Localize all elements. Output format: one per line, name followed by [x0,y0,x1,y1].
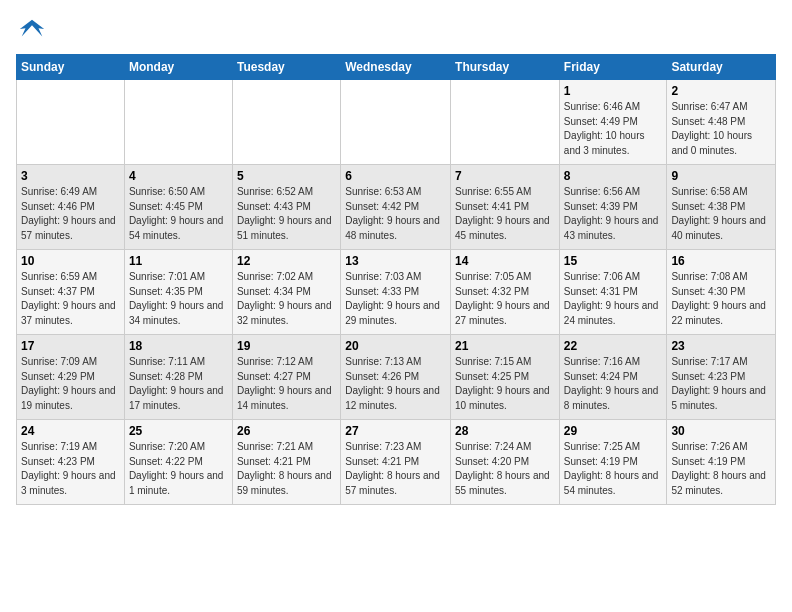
calendar-cell: 8Sunrise: 6:56 AM Sunset: 4:39 PM Daylig… [559,165,667,250]
day-info: Sunrise: 6:47 AM Sunset: 4:48 PM Dayligh… [671,100,771,158]
header [16,16,776,44]
day-info: Sunrise: 6:58 AM Sunset: 4:38 PM Dayligh… [671,185,771,243]
day-number: 3 [21,169,120,183]
calendar-cell: 11Sunrise: 7:01 AM Sunset: 4:35 PM Dayli… [124,250,232,335]
calendar-cell: 24Sunrise: 7:19 AM Sunset: 4:23 PM Dayli… [17,420,125,505]
calendar-cell: 23Sunrise: 7:17 AM Sunset: 4:23 PM Dayli… [667,335,776,420]
calendar-cell: 26Sunrise: 7:21 AM Sunset: 4:21 PM Dayli… [232,420,340,505]
day-number: 10 [21,254,120,268]
day-number: 5 [237,169,336,183]
day-number: 28 [455,424,555,438]
calendar-week-row: 17Sunrise: 7:09 AM Sunset: 4:29 PM Dayli… [17,335,776,420]
calendar-cell: 17Sunrise: 7:09 AM Sunset: 4:29 PM Dayli… [17,335,125,420]
day-number: 29 [564,424,663,438]
weekday-header: Monday [124,55,232,80]
day-info: Sunrise: 7:19 AM Sunset: 4:23 PM Dayligh… [21,440,120,498]
day-number: 7 [455,169,555,183]
day-info: Sunrise: 6:59 AM Sunset: 4:37 PM Dayligh… [21,270,120,328]
day-number: 6 [345,169,446,183]
calendar-cell: 6Sunrise: 6:53 AM Sunset: 4:42 PM Daylig… [341,165,451,250]
calendar-cell [232,80,340,165]
calendar-cell: 27Sunrise: 7:23 AM Sunset: 4:21 PM Dayli… [341,420,451,505]
day-info: Sunrise: 6:49 AM Sunset: 4:46 PM Dayligh… [21,185,120,243]
calendar-week-row: 10Sunrise: 6:59 AM Sunset: 4:37 PM Dayli… [17,250,776,335]
calendar-cell: 2Sunrise: 6:47 AM Sunset: 4:48 PM Daylig… [667,80,776,165]
calendar-cell: 15Sunrise: 7:06 AM Sunset: 4:31 PM Dayli… [559,250,667,335]
logo [16,16,46,44]
calendar-cell: 10Sunrise: 6:59 AM Sunset: 4:37 PM Dayli… [17,250,125,335]
calendar-cell [451,80,560,165]
day-info: Sunrise: 7:02 AM Sunset: 4:34 PM Dayligh… [237,270,336,328]
day-number: 9 [671,169,771,183]
weekday-header: Wednesday [341,55,451,80]
day-number: 13 [345,254,446,268]
calendar-cell: 9Sunrise: 6:58 AM Sunset: 4:38 PM Daylig… [667,165,776,250]
day-number: 1 [564,84,663,98]
weekday-header: Tuesday [232,55,340,80]
weekday-header: Friday [559,55,667,80]
day-number: 15 [564,254,663,268]
day-number: 18 [129,339,228,353]
calendar-cell: 12Sunrise: 7:02 AM Sunset: 4:34 PM Dayli… [232,250,340,335]
calendar-week-row: 3Sunrise: 6:49 AM Sunset: 4:46 PM Daylig… [17,165,776,250]
day-number: 17 [21,339,120,353]
day-info: Sunrise: 7:23 AM Sunset: 4:21 PM Dayligh… [345,440,446,498]
day-info: Sunrise: 7:12 AM Sunset: 4:27 PM Dayligh… [237,355,336,413]
day-info: Sunrise: 6:53 AM Sunset: 4:42 PM Dayligh… [345,185,446,243]
calendar-cell: 25Sunrise: 7:20 AM Sunset: 4:22 PM Dayli… [124,420,232,505]
calendar-cell: 21Sunrise: 7:15 AM Sunset: 4:25 PM Dayli… [451,335,560,420]
day-number: 16 [671,254,771,268]
day-number: 2 [671,84,771,98]
day-number: 24 [21,424,120,438]
day-info: Sunrise: 6:55 AM Sunset: 4:41 PM Dayligh… [455,185,555,243]
day-number: 30 [671,424,771,438]
calendar-table: SundayMondayTuesdayWednesdayThursdayFrid… [16,54,776,505]
page-container: SundayMondayTuesdayWednesdayThursdayFrid… [0,0,792,513]
day-number: 26 [237,424,336,438]
day-info: Sunrise: 6:46 AM Sunset: 4:49 PM Dayligh… [564,100,663,158]
calendar-cell: 16Sunrise: 7:08 AM Sunset: 4:30 PM Dayli… [667,250,776,335]
day-info: Sunrise: 7:24 AM Sunset: 4:20 PM Dayligh… [455,440,555,498]
day-info: Sunrise: 7:21 AM Sunset: 4:21 PM Dayligh… [237,440,336,498]
day-number: 23 [671,339,771,353]
calendar-cell: 3Sunrise: 6:49 AM Sunset: 4:46 PM Daylig… [17,165,125,250]
day-number: 19 [237,339,336,353]
day-info: Sunrise: 7:03 AM Sunset: 4:33 PM Dayligh… [345,270,446,328]
day-info: Sunrise: 7:16 AM Sunset: 4:24 PM Dayligh… [564,355,663,413]
calendar-cell: 22Sunrise: 7:16 AM Sunset: 4:24 PM Dayli… [559,335,667,420]
day-number: 8 [564,169,663,183]
day-number: 22 [564,339,663,353]
calendar-header-row: SundayMondayTuesdayWednesdayThursdayFrid… [17,55,776,80]
calendar-cell [124,80,232,165]
day-number: 4 [129,169,228,183]
day-info: Sunrise: 6:50 AM Sunset: 4:45 PM Dayligh… [129,185,228,243]
calendar-cell: 1Sunrise: 6:46 AM Sunset: 4:49 PM Daylig… [559,80,667,165]
calendar-cell: 18Sunrise: 7:11 AM Sunset: 4:28 PM Dayli… [124,335,232,420]
day-info: Sunrise: 7:05 AM Sunset: 4:32 PM Dayligh… [455,270,555,328]
calendar-cell: 28Sunrise: 7:24 AM Sunset: 4:20 PM Dayli… [451,420,560,505]
day-info: Sunrise: 7:17 AM Sunset: 4:23 PM Dayligh… [671,355,771,413]
day-number: 25 [129,424,228,438]
day-number: 20 [345,339,446,353]
day-info: Sunrise: 7:20 AM Sunset: 4:22 PM Dayligh… [129,440,228,498]
calendar-cell: 19Sunrise: 7:12 AM Sunset: 4:27 PM Dayli… [232,335,340,420]
day-number: 27 [345,424,446,438]
day-info: Sunrise: 6:52 AM Sunset: 4:43 PM Dayligh… [237,185,336,243]
day-info: Sunrise: 7:13 AM Sunset: 4:26 PM Dayligh… [345,355,446,413]
calendar-cell: 29Sunrise: 7:25 AM Sunset: 4:19 PM Dayli… [559,420,667,505]
day-number: 12 [237,254,336,268]
day-info: Sunrise: 7:01 AM Sunset: 4:35 PM Dayligh… [129,270,228,328]
weekday-header: Saturday [667,55,776,80]
day-info: Sunrise: 7:26 AM Sunset: 4:19 PM Dayligh… [671,440,771,498]
day-info: Sunrise: 7:06 AM Sunset: 4:31 PM Dayligh… [564,270,663,328]
calendar-week-row: 1Sunrise: 6:46 AM Sunset: 4:49 PM Daylig… [17,80,776,165]
svg-marker-0 [20,20,44,37]
calendar-cell: 5Sunrise: 6:52 AM Sunset: 4:43 PM Daylig… [232,165,340,250]
calendar-cell: 13Sunrise: 7:03 AM Sunset: 4:33 PM Dayli… [341,250,451,335]
calendar-cell: 4Sunrise: 6:50 AM Sunset: 4:45 PM Daylig… [124,165,232,250]
day-number: 11 [129,254,228,268]
day-info: Sunrise: 6:56 AM Sunset: 4:39 PM Dayligh… [564,185,663,243]
day-number: 21 [455,339,555,353]
day-info: Sunrise: 7:11 AM Sunset: 4:28 PM Dayligh… [129,355,228,413]
calendar-cell [17,80,125,165]
